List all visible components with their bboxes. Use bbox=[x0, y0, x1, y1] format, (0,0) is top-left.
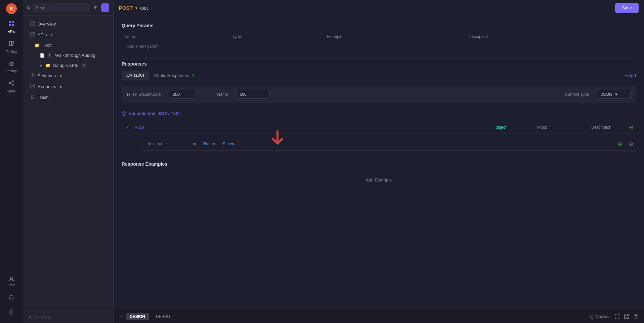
root-label: Root bbox=[42, 43, 51, 48]
apis-nav-icon bbox=[30, 32, 35, 38]
col-name: Name bbox=[122, 32, 229, 41]
schemas-label: Schemas bbox=[38, 73, 56, 78]
back-button[interactable]: 《 bbox=[119, 314, 123, 320]
field-add-button[interactable]: ⊕ bbox=[618, 141, 622, 147]
nav-apis[interactable]: APIs ▾ bbox=[25, 30, 111, 40]
bottom-actions: Cookies bbox=[590, 314, 639, 319]
requests-label: Requests bbox=[38, 84, 56, 89]
logo-icon: ✳ bbox=[28, 315, 31, 320]
sidebar-item-invite[interactable]: Invite bbox=[2, 273, 21, 289]
add-item-button[interactable]: + bbox=[101, 3, 109, 12]
http-method: POST bbox=[119, 5, 133, 11]
walkthrough-emoji: 🚶 bbox=[47, 53, 52, 58]
add-response-button[interactable]: + Add bbox=[625, 73, 636, 78]
apis-label: APIs bbox=[8, 30, 15, 34]
svg-rect-22 bbox=[31, 32, 32, 34]
sidebar-item-settings[interactable]: ⚙ Settings bbox=[2, 58, 21, 76]
schemas-arrow: ▶ bbox=[60, 74, 62, 78]
schema-table: ▾ ROOT object Mock Description ⊕ bbox=[122, 121, 636, 153]
field-name-input[interactable] bbox=[146, 140, 186, 148]
schema-desc-header: Description bbox=[591, 125, 611, 130]
status-row: HTTP Status Code 200 Name OK Content Typ… bbox=[122, 86, 636, 103]
schemas-icon bbox=[30, 73, 35, 79]
response-tabs: OK (200) Public Responses 0 + Add bbox=[122, 71, 636, 80]
field-remove-button[interactable]: ⊖ bbox=[629, 141, 633, 147]
overview-icon bbox=[30, 21, 35, 27]
response-name-value[interactable]: OK bbox=[236, 90, 270, 99]
walkthrough-file-icon: 📄 bbox=[40, 53, 45, 58]
testing-label: Testing bbox=[6, 50, 17, 54]
generate-button[interactable]: Generate from JSON / XML bbox=[122, 108, 636, 119]
svg-rect-23 bbox=[33, 32, 35, 34]
sidebar: + Overview APIs ▾ 📁 Root 📄 🚶 Walk throug… bbox=[23, 0, 114, 323]
svg-point-12 bbox=[11, 311, 12, 313]
settings-label: Settings bbox=[5, 69, 17, 73]
col-example: Example bbox=[324, 32, 465, 41]
svg-point-5 bbox=[12, 81, 14, 82]
url-path[interactable]: /pet bbox=[140, 5, 613, 11]
sidebar-item-notifications[interactable] bbox=[2, 292, 21, 304]
svg-point-33 bbox=[590, 315, 594, 319]
sidebar-item-config[interactable] bbox=[2, 306, 21, 318]
nav-sample-apis[interactable]: ▶ 📁 Sample APIs 5 bbox=[25, 60, 111, 70]
http-status-value[interactable]: 200 bbox=[169, 90, 196, 99]
search-input[interactable] bbox=[33, 3, 90, 12]
apis-icon bbox=[8, 20, 15, 29]
share-icon bbox=[8, 80, 15, 88]
content-type-label: Content Type bbox=[565, 92, 589, 97]
schema-root-type: object bbox=[496, 125, 506, 130]
tab-public-responses[interactable]: Public Responses 0 bbox=[149, 71, 199, 80]
search-icon bbox=[27, 5, 31, 10]
sidebar-item-share[interactable]: Share bbox=[2, 77, 21, 96]
tab-ok200[interactable]: OK (200) bbox=[122, 71, 149, 80]
svg-line-8 bbox=[10, 83, 12, 84]
nav-overview[interactable]: Overview bbox=[25, 19, 111, 29]
request-header: POST ▾ /pet Save bbox=[114, 0, 644, 16]
help-icon[interactable] bbox=[633, 314, 639, 319]
cookies-icon bbox=[590, 314, 595, 319]
content-type-dropdown[interactable]: JSON ▾ bbox=[597, 90, 631, 99]
cookies-label: Cookies bbox=[596, 314, 610, 319]
reference-schema-link[interactable]: Reference Schema bbox=[203, 142, 238, 146]
schema-expand-icon[interactable]: ▾ bbox=[127, 125, 129, 129]
expand-icon[interactable] bbox=[614, 314, 620, 319]
responses-section: Responses OK (200) Public Responses 0 + … bbox=[122, 61, 636, 153]
filter-button[interactable] bbox=[92, 3, 99, 12]
requests-arrow: ▶ bbox=[60, 85, 63, 88]
share-bottom-icon[interactable] bbox=[624, 314, 629, 319]
nav-trash[interactable]: Trash bbox=[25, 92, 111, 103]
save-button[interactable]: Save bbox=[615, 3, 639, 13]
nav-walkthrough[interactable]: 📄 🚶 Walk through Apidog bbox=[25, 50, 111, 60]
nav-root[interactable]: 📁 Root bbox=[25, 40, 111, 50]
nav-requests[interactable]: Requests ▶ bbox=[25, 81, 111, 92]
svg-rect-1 bbox=[12, 21, 14, 23]
sample-folder-icon: 📁 bbox=[45, 63, 50, 68]
invite-label: Invite bbox=[8, 283, 15, 287]
tab-ok200-label: OK (200) bbox=[126, 73, 144, 78]
schema-add-button[interactable]: ⊕ bbox=[629, 124, 633, 130]
method-dropdown[interactable]: ▾ bbox=[135, 6, 137, 10]
sidebar-item-apis[interactable]: APIs bbox=[2, 17, 21, 36]
apis-expand-icon: ▾ bbox=[51, 33, 52, 37]
add-param-button[interactable]: Add a new param bbox=[124, 43, 161, 50]
root-folder-icon: 📁 bbox=[34, 43, 40, 48]
generate-icon bbox=[122, 111, 126, 116]
response-name-label: Name bbox=[217, 92, 228, 97]
tab-debug[interactable]: DEBUG bbox=[152, 313, 174, 320]
cookies-button[interactable]: Cookies bbox=[590, 314, 610, 319]
sample-apis-badge: 5 bbox=[81, 63, 87, 68]
user-avatar[interactable]: S bbox=[6, 3, 17, 14]
svg-point-36 bbox=[592, 317, 592, 318]
share-label: Share bbox=[7, 89, 16, 93]
sidebar-logo: ✳ APIDOG bbox=[23, 312, 113, 323]
svg-rect-21 bbox=[33, 24, 35, 26]
svg-rect-3 bbox=[12, 24, 14, 26]
add-example-button[interactable]: Add Example bbox=[122, 171, 636, 189]
tab-design[interactable]: DESIGN bbox=[126, 313, 149, 320]
svg-point-34 bbox=[591, 316, 592, 316]
nav-schemas[interactable]: Schemas ▶ bbox=[25, 71, 111, 81]
public-responses-label: Public Responses bbox=[154, 73, 189, 78]
svg-rect-19 bbox=[33, 22, 35, 23]
trash-icon bbox=[30, 94, 35, 100]
sidebar-item-testing[interactable]: Testing bbox=[2, 38, 21, 56]
